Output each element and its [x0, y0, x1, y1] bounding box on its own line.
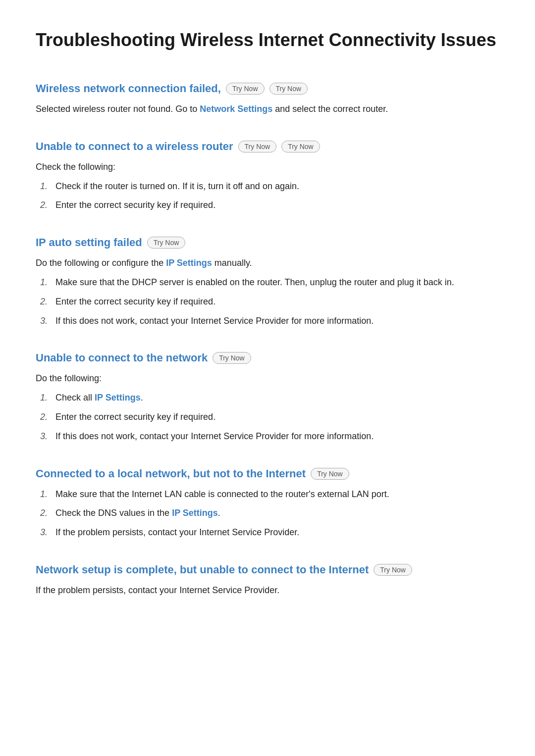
- section-unable-network: Unable to connect to the network Try Now…: [36, 352, 499, 443]
- list-item: 2. Enter the correct security key if req…: [36, 295, 499, 309]
- list-item: 3. If this does not work, contact your I…: [36, 429, 499, 444]
- list-number: 2.: [36, 198, 48, 212]
- section-ip-auto: IP auto setting failed Try Now Do the fo…: [36, 236, 499, 328]
- list-number: 2.: [36, 410, 48, 424]
- try-now-button-2[interactable]: Try Now: [269, 83, 308, 95]
- try-now-button-1[interactable]: Try Now: [213, 352, 251, 364]
- section-body: 1. Make sure that the Internet LAN cable…: [36, 487, 499, 540]
- section-paragraph: If the problem persists, contact your In…: [36, 583, 499, 598]
- try-now-button-1[interactable]: Try Now: [147, 237, 186, 249]
- list-text: If this does not work, contact your Inte…: [55, 429, 499, 444]
- list-number: 3.: [36, 525, 48, 540]
- list-item: 3. If this does not work, contact your I…: [36, 314, 499, 328]
- network-settings-link[interactable]: Network Settings: [200, 104, 272, 114]
- section-intro: Check the following:: [36, 160, 499, 174]
- steps-list: 1. Make sure that the DHCP server is ena…: [36, 275, 499, 328]
- try-now-button-2[interactable]: Try Now: [281, 141, 320, 152]
- section-setup-complete: Network setup is complete, but unable to…: [36, 563, 499, 598]
- list-item: 3. If the problem persists, contact your…: [36, 525, 499, 540]
- list-number: 1.: [36, 179, 48, 194]
- list-number: 1.: [36, 391, 48, 405]
- section-header: Connected to a local network, but not to…: [36, 467, 499, 480]
- section-unable-wireless: Unable to connect to a wireless router T…: [36, 140, 499, 212]
- ip-settings-link[interactable]: IP Settings: [172, 508, 218, 518]
- steps-list: 1. Check if the router is turned on. If …: [36, 179, 499, 213]
- section-title: Unable to connect to the network: [36, 352, 208, 364]
- section-intro: Do the following:: [36, 371, 499, 386]
- list-number: 1.: [36, 275, 48, 290]
- page-title: Troubleshooting Wireless Internet Connec…: [36, 30, 499, 58]
- try-now-button-1[interactable]: Try Now: [311, 468, 349, 480]
- list-number: 2.: [36, 295, 48, 309]
- ip-settings-link[interactable]: IP Settings: [95, 393, 141, 403]
- try-now-button-1[interactable]: Try Now: [238, 141, 277, 152]
- list-item: 1. Make sure that the Internet LAN cable…: [36, 487, 499, 502]
- section-title: Connected to a local network, but not to…: [36, 467, 306, 480]
- section-body: Do the following: 1. Check all IP Settin…: [36, 371, 499, 443]
- steps-list: 1. Make sure that the Internet LAN cable…: [36, 487, 499, 540]
- steps-list: 1. Check all IP Settings. 2. Enter the c…: [36, 391, 499, 443]
- section-body: If the problem persists, contact your In…: [36, 583, 499, 598]
- section-title: IP auto setting failed: [36, 236, 142, 249]
- list-text: Make sure that the Internet LAN cable is…: [55, 487, 499, 502]
- list-item: 2. Enter the correct security key if req…: [36, 198, 499, 212]
- list-text: Check if the router is turned on. If it …: [55, 179, 499, 194]
- list-item: 2. Check the DNS values in the IP Settin…: [36, 506, 499, 520]
- section-header: Unable to connect to the network Try Now: [36, 352, 499, 364]
- section-title: Wireless network connection failed,: [36, 82, 221, 95]
- section-header: Wireless network connection failed, Try …: [36, 82, 499, 95]
- list-item: 2. Enter the correct security key if req…: [36, 410, 499, 424]
- try-now-button-1[interactable]: Try Now: [374, 564, 412, 576]
- ip-settings-link[interactable]: IP Settings: [166, 258, 212, 268]
- section-body: Check the following: 1. Check if the rou…: [36, 160, 499, 212]
- list-text: Enter the correct security key if requir…: [55, 295, 499, 309]
- list-item: 1. Make sure that the DHCP server is ena…: [36, 275, 499, 290]
- section-body: Selected wireless router not found. Go t…: [36, 102, 499, 116]
- list-item: 1. Check if the router is turned on. If …: [36, 179, 499, 194]
- list-text: Check all IP Settings.: [55, 391, 499, 405]
- list-number: 2.: [36, 506, 48, 520]
- section-body: Do the following or configure the IP Set…: [36, 256, 499, 328]
- section-title: Unable to connect to a wireless router: [36, 140, 233, 153]
- list-item: 1. Check all IP Settings.: [36, 391, 499, 405]
- section-intro: Do the following or configure the IP Set…: [36, 256, 499, 270]
- section-header: IP auto setting failed Try Now: [36, 236, 499, 249]
- list-number: 3.: [36, 429, 48, 444]
- section-header: Unable to connect to a wireless router T…: [36, 140, 499, 153]
- list-number: 3.: [36, 314, 48, 328]
- section-paragraph: Selected wireless router not found. Go t…: [36, 102, 499, 116]
- list-text: If this does not work, contact your Inte…: [55, 314, 499, 328]
- section-connected-local: Connected to a local network, but not to…: [36, 467, 499, 540]
- list-text: Enter the correct security key if requir…: [55, 410, 499, 424]
- section-header: Network setup is complete, but unable to…: [36, 563, 499, 576]
- section-wireless-failed: Wireless network connection failed, Try …: [36, 82, 499, 116]
- try-now-button-1[interactable]: Try Now: [226, 83, 265, 95]
- list-number: 1.: [36, 487, 48, 502]
- section-title: Network setup is complete, but unable to…: [36, 563, 369, 576]
- list-text: Check the DNS values in the IP Settings.: [55, 506, 499, 520]
- list-text: If the problem persists, contact your In…: [55, 525, 499, 540]
- list-text: Make sure that the DHCP server is enable…: [55, 275, 499, 290]
- list-text: Enter the correct security key if requir…: [55, 198, 499, 212]
